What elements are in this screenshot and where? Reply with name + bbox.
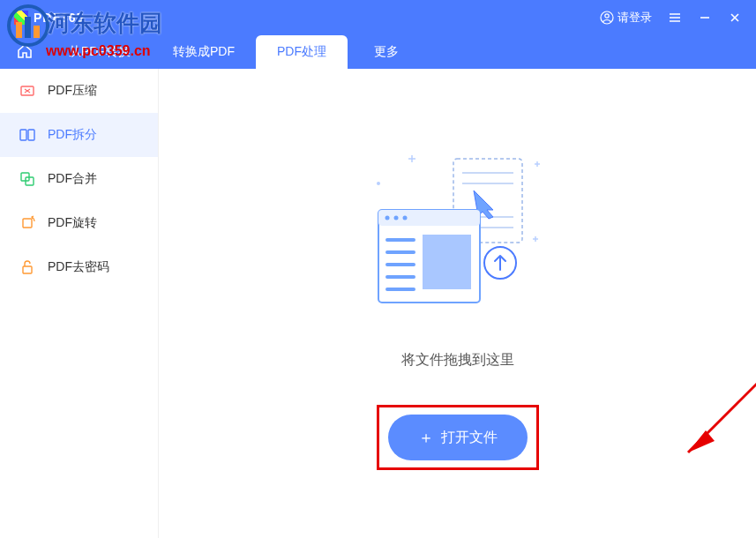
svg-point-21 — [385, 216, 389, 220]
login-button[interactable]: 请登录 — [600, 10, 652, 26]
tabbar: 从PDF转换 转换成PDF PDF处理 更多 — [0, 35, 756, 69]
main-content: 将文件拖拽到这里 ＋ 打开文件 — [159, 69, 756, 538]
sidebar-item-rotate[interactable]: PDF旋转 — [0, 201, 158, 245]
sidebar-item-label: PDF拆分 — [48, 127, 97, 143]
tab-more[interactable]: 更多 — [348, 35, 425, 69]
sidebar-item-label: PDF旋转 — [48, 215, 97, 231]
open-file-label: 打开文件 — [441, 429, 498, 447]
tab-to-pdf[interactable]: 转换成PDF — [152, 35, 256, 69]
titlebar: PDF365 请登录 — [0, 0, 756, 35]
sidebar-item-label: PDF去密码 — [48, 259, 109, 275]
plus-icon: ＋ — [418, 427, 434, 448]
user-icon — [600, 11, 614, 25]
sidebar: PDF压缩 PDF拆分 PDF合并 PDF旋转 PDF去密码 — [0, 69, 159, 538]
annotation-highlight-box: ＋ 打开文件 — [377, 405, 539, 470]
svg-rect-11 — [23, 219, 32, 228]
login-label: 请登录 — [618, 10, 652, 26]
app-logo-icon — [14, 11, 28, 25]
merge-icon — [19, 171, 35, 187]
svg-rect-20 — [378, 210, 480, 226]
svg-rect-8 — [28, 130, 34, 140]
home-icon — [16, 42, 34, 60]
minimize-icon — [699, 11, 711, 24]
close-icon — [729, 11, 741, 24]
split-icon — [19, 127, 35, 143]
sidebar-item-label: PDF合并 — [48, 171, 97, 187]
drop-illustration — [361, 148, 555, 325]
sidebar-item-label: PDF压缩 — [48, 83, 97, 99]
sidebar-item-split[interactable]: PDF拆分 — [0, 113, 158, 157]
sidebar-item-merge[interactable]: PDF合并 — [0, 157, 158, 201]
menu-button[interactable] — [668, 11, 682, 25]
app-logo: PDF365 — [14, 11, 84, 25]
compress-icon — [19, 83, 35, 99]
home-button[interactable] — [12, 39, 37, 64]
tab-from-pdf[interactable]: 从PDF转换 — [48, 35, 152, 69]
svg-point-22 — [393, 216, 398, 220]
sidebar-item-unlock[interactable]: PDF去密码 — [0, 245, 158, 289]
svg-rect-7 — [20, 130, 26, 140]
app-title: PDF365 — [34, 11, 84, 25]
svg-rect-12 — [23, 266, 32, 273]
drop-hint-text: 将文件拖拽到这里 — [401, 351, 514, 370]
sidebar-item-compress[interactable]: PDF压缩 — [0, 69, 158, 113]
svg-marker-32 — [688, 430, 715, 452]
open-file-button[interactable]: ＋ 打开文件 — [388, 415, 528, 460]
close-button[interactable] — [728, 11, 742, 25]
minimize-button[interactable] — [698, 11, 712, 25]
svg-point-23 — [402, 216, 407, 220]
menu-icon — [669, 11, 681, 24]
annotation-arrow — [670, 307, 756, 483]
svg-line-31 — [688, 316, 756, 452]
svg-point-13 — [377, 182, 380, 185]
svg-rect-24 — [423, 235, 471, 289]
tab-pdf-process[interactable]: PDF处理 — [256, 35, 348, 69]
unlock-icon — [19, 259, 35, 275]
rotate-icon — [19, 215, 35, 231]
svg-point-5 — [605, 14, 609, 18]
